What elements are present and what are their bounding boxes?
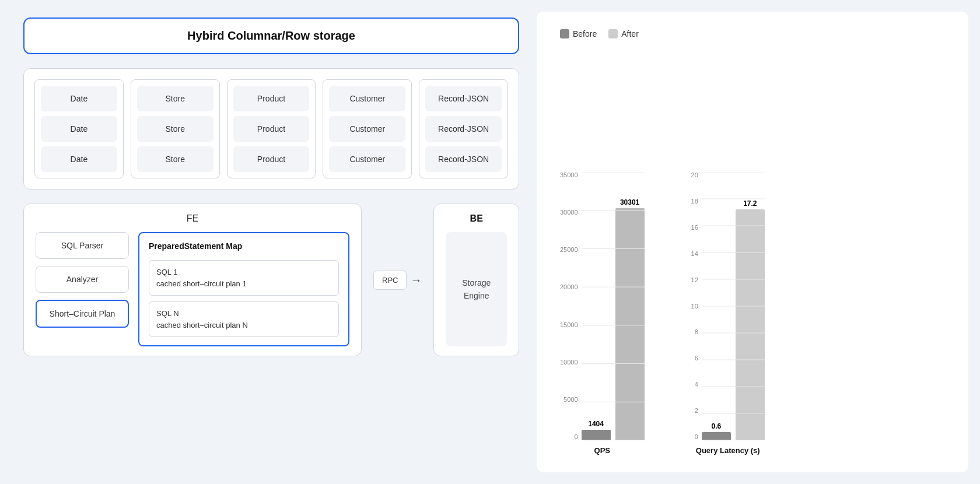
bar-value-label: 1404 — [588, 420, 604, 428]
y-tick: 18 — [691, 198, 698, 205]
column-cell: Record-JSON — [425, 116, 502, 142]
y-tick: 20000 — [560, 284, 578, 290]
chart-qps: 0500010000150002000025000300003500014043… — [560, 172, 645, 455]
column-cell: Store — [137, 116, 214, 142]
column-cell: Store — [137, 146, 214, 172]
column-cell: Date — [41, 116, 117, 142]
column-cell: Product — [233, 146, 310, 172]
bar-rect — [615, 208, 645, 440]
y-tick: 0 — [695, 434, 698, 440]
column-cell: Date — [41, 146, 117, 172]
customer-group: CustomerCustomerCustomer — [323, 79, 412, 178]
rpc-area: RPC → — [373, 204, 422, 356]
fe-left-item: Short–Circuit Plan — [36, 300, 129, 328]
legend-before-dot — [560, 29, 569, 38]
bar-rect — [736, 209, 765, 440]
bar-value-label: 17.2 — [743, 199, 757, 208]
fe-right-title: PreparedStatement Map — [149, 241, 339, 251]
y-tick: 16 — [691, 225, 698, 231]
left-panel: Hybird Columnar/Row storage DateDateDate… — [0, 0, 537, 484]
fe-left-item: Analyzer — [36, 266, 129, 293]
y-tick: 8 — [695, 329, 698, 335]
fe-title: FE — [36, 213, 349, 224]
y-tick: 0 — [574, 434, 578, 440]
date-group: DateDateDate — [34, 79, 124, 178]
legend-before: Before — [560, 29, 597, 38]
storage-box: Hybird Columnar/Row storage — [23, 17, 519, 54]
legend-before-label: Before — [573, 29, 597, 38]
y-tick: 14 — [691, 251, 698, 257]
columns-grid: DateDateDateStoreStoreStoreProductProduc… — [23, 68, 519, 190]
column-cell: Store — [137, 86, 214, 111]
bar-value-label: 0.6 — [712, 422, 722, 430]
y-tick: 15000 — [560, 322, 578, 328]
be-title: BE — [446, 213, 507, 224]
bar-column: 30301 — [615, 172, 645, 440]
column-cell: Date — [41, 86, 117, 111]
be-engine: StorageEngine — [462, 276, 491, 303]
column-cell: Product — [233, 86, 310, 111]
y-tick: 30000 — [560, 209, 578, 216]
bar-column: 17.2 — [736, 172, 765, 440]
column-cell: Product — [233, 116, 310, 142]
bar-value-label: 30301 — [620, 198, 639, 206]
x-axis-label: QPS — [594, 446, 610, 455]
fe-left-item: SQL Parser — [36, 232, 129, 259]
bar-rect — [582, 430, 611, 440]
bar-column: 0.6 — [702, 172, 731, 440]
y-tick: 5000 — [564, 397, 578, 403]
y-tick: 20 — [691, 172, 698, 178]
column-cell: Record-JSON — [425, 86, 502, 111]
legend-after-dot — [608, 29, 618, 38]
bottom-area: FE SQL ParserAnalyzerShort–Circuit Plan … — [23, 204, 519, 356]
fe-sql-item: SQL Ncached short–circuit plan N — [149, 301, 339, 337]
y-tick: 25000 — [560, 247, 578, 253]
be-box: BE StorageEngine — [433, 204, 519, 356]
y-tick: 10 — [691, 303, 698, 310]
y-tick: 6 — [695, 355, 698, 362]
y-tick: 2 — [695, 408, 698, 414]
fe-sql-items: SQL 1cached short–circuit plan 1SQL Ncac… — [149, 260, 339, 337]
chart-legend: Before After — [560, 29, 945, 38]
store-group: StoreStoreStore — [131, 79, 220, 178]
y-tick: 12 — [691, 277, 698, 283]
column-cell: Customer — [329, 116, 405, 142]
bar-column: 1404 — [582, 172, 611, 440]
column-cell: Customer — [329, 86, 405, 111]
charts-row: 0500010000150002000025000300003500014043… — [560, 50, 945, 455]
product-group: ProductProductProduct — [227, 79, 316, 178]
record-json-group: Record-JSONRecord-JSONRecord-JSON — [419, 79, 508, 178]
y-tick: 4 — [695, 381, 698, 388]
legend-after: After — [608, 29, 639, 38]
column-cell: Record-JSON — [425, 146, 502, 172]
fe-left: SQL ParserAnalyzerShort–Circuit Plan — [36, 232, 129, 346]
legend-after-label: After — [621, 29, 639, 38]
rpc-box: RPC — [373, 271, 407, 290]
fe-right: PreparedStatement Map SQL 1cached short–… — [138, 232, 349, 346]
be-inner: StorageEngine — [446, 232, 507, 346]
y-tick: 35000 — [560, 172, 578, 178]
fe-inner: SQL ParserAnalyzerShort–Circuit Plan Pre… — [36, 232, 349, 346]
bar-rect — [702, 432, 731, 440]
right-panel: Before After 050001000015000200002500030… — [537, 12, 968, 472]
arrow-icon: → — [410, 273, 422, 287]
y-tick: 10000 — [560, 359, 578, 366]
fe-box: FE SQL ParserAnalyzerShort–Circuit Plan … — [23, 204, 362, 356]
fe-sql-item: SQL 1cached short–circuit plan 1 — [149, 260, 339, 296]
x-axis-label: Query Latency (s) — [696, 446, 760, 455]
column-cell: Customer — [329, 146, 405, 172]
storage-title: Hybird Columnar/Row storage — [187, 29, 355, 43]
chart-latency: 024681012141618200.617.2Query Latency (s… — [691, 172, 765, 455]
